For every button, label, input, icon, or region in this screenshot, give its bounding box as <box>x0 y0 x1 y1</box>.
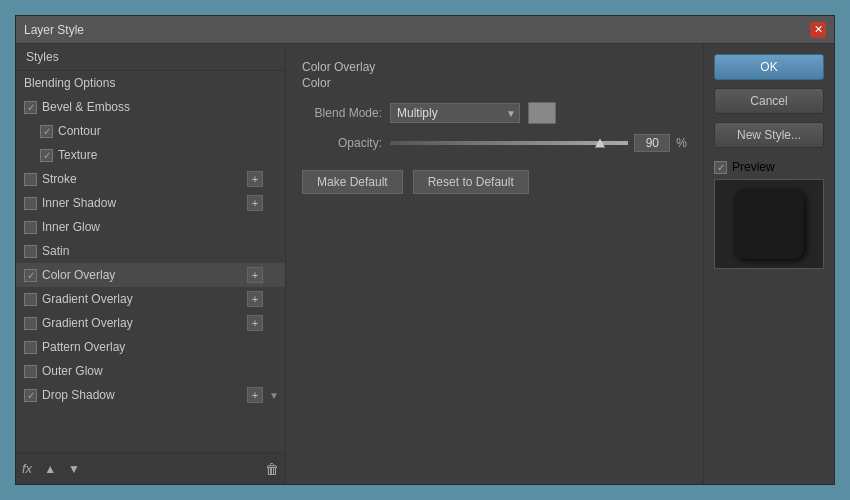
checkbox-satin[interactable] <box>24 245 37 258</box>
styles-toolbar: fx ▲ ▼ 🗑 <box>16 452 285 484</box>
sidebar-item-pattern-overlay[interactable]: Pattern Overlay <box>16 335 285 359</box>
opacity-input[interactable] <box>634 134 670 152</box>
layer-style-dialog: Layer Style ✕ Styles Blending Options Be… <box>15 15 835 485</box>
percent-label: % <box>676 136 687 150</box>
blend-mode-label: Blend Mode: <box>302 106 382 120</box>
sidebar-item-gradient-overlay-2[interactable]: Gradient Overlay + <box>16 311 285 335</box>
blend-mode-select[interactable]: Multiply Normal Screen Overlay <box>390 103 520 123</box>
preview-box <box>714 179 824 269</box>
item-label-stroke: Stroke <box>42 172 77 186</box>
defaults-btn-row: Make Default Reset to Default <box>302 170 687 194</box>
plus-btn-stroke[interactable]: + <box>247 171 263 187</box>
sidebar-item-drop-shadow[interactable]: Drop Shadow +▼ <box>16 383 285 407</box>
sidebar-item-stroke[interactable]: Stroke + <box>16 167 285 191</box>
section-title: Color Overlay <box>302 60 687 74</box>
preview-label-row: Preview <box>714 160 824 174</box>
slider-thumb <box>595 139 605 148</box>
preview-shape <box>734 189 804 259</box>
item-label-inner-glow: Inner Glow <box>42 220 100 234</box>
color-swatch[interactable] <box>528 102 556 124</box>
sidebar-item-blending-options[interactable]: Blending Options <box>16 71 285 95</box>
sidebar-item-gradient-overlay-1[interactable]: Gradient Overlay + <box>16 287 285 311</box>
sidebar-item-outer-glow[interactable]: Outer Glow <box>16 359 285 383</box>
sidebar-item-inner-glow[interactable]: Inner Glow <box>16 215 285 239</box>
item-label-gradient-overlay-2: Gradient Overlay <box>42 316 133 330</box>
dialog-body: Styles Blending Options Bevel & Emboss C… <box>16 44 834 484</box>
plus-btn-drop-shadow[interactable]: + <box>247 387 263 403</box>
preview-section: Preview <box>714 160 824 269</box>
blend-mode-row: Blend Mode: Multiply Normal Screen Overl… <box>302 102 687 124</box>
styles-panel: Styles Blending Options Bevel & Emboss C… <box>16 44 286 484</box>
scroll-indicator-drop-shadow: ▼ <box>269 390 279 401</box>
sidebar-item-texture[interactable]: Texture <box>16 143 285 167</box>
item-label-satin: Satin <box>42 244 69 258</box>
sidebar-item-color-overlay[interactable]: Color Overlay + <box>16 263 285 287</box>
item-label-drop-shadow: Drop Shadow <box>42 388 115 402</box>
sidebar-item-contour[interactable]: Contour <box>16 119 285 143</box>
make-default-button[interactable]: Make Default <box>302 170 403 194</box>
ok-button[interactable]: OK <box>714 54 824 80</box>
checkbox-drop-shadow[interactable] <box>24 389 37 402</box>
move-down-button[interactable]: ▼ <box>64 460 84 478</box>
section-subtitle: Color <box>302 76 687 90</box>
item-label-outer-glow: Outer Glow <box>42 364 103 378</box>
title-bar: Layer Style ✕ <box>16 16 834 44</box>
new-style-button[interactable]: New Style... <box>714 122 824 148</box>
item-label-contour: Contour <box>58 124 101 138</box>
reset-default-button[interactable]: Reset to Default <box>413 170 529 194</box>
move-up-button[interactable]: ▲ <box>40 460 60 478</box>
checkbox-pattern-overlay[interactable] <box>24 341 37 354</box>
item-label-texture: Texture <box>58 148 97 162</box>
delete-button[interactable]: 🗑 <box>265 461 279 477</box>
checkbox-bevel-emboss[interactable] <box>24 101 37 114</box>
item-label-gradient-overlay-1: Gradient Overlay <box>42 292 133 306</box>
plus-btn-inner-shadow[interactable]: + <box>247 195 263 211</box>
styles-header: Styles <box>16 44 285 71</box>
checkbox-gradient-overlay-1[interactable] <box>24 293 37 306</box>
item-label: Blending Options <box>24 76 115 90</box>
checkbox-stroke[interactable] <box>24 173 37 186</box>
checkbox-inner-glow[interactable] <box>24 221 37 234</box>
sidebar-item-bevel-emboss[interactable]: Bevel & Emboss <box>16 95 285 119</box>
fx-label: fx <box>22 461 32 476</box>
checkbox-outer-glow[interactable] <box>24 365 37 378</box>
sidebar-item-inner-shadow[interactable]: Inner Shadow + <box>16 191 285 215</box>
dialog-title: Layer Style <box>24 23 84 37</box>
checkbox-inner-shadow[interactable] <box>24 197 37 210</box>
opacity-row: Opacity: % <box>302 134 687 152</box>
checkbox-color-overlay[interactable] <box>24 269 37 282</box>
preview-label: Preview <box>732 160 775 174</box>
item-label-inner-shadow: Inner Shadow <box>42 196 116 210</box>
preview-checkbox[interactable] <box>714 161 727 174</box>
checkbox-gradient-overlay-2[interactable] <box>24 317 37 330</box>
options-panel: Color Overlay Color Blend Mode: Multiply… <box>286 44 704 484</box>
checkbox-texture[interactable] <box>40 149 53 162</box>
plus-btn-color-overlay[interactable]: + <box>247 267 263 283</box>
cancel-button[interactable]: Cancel <box>714 88 824 114</box>
styles-list: Blending Options Bevel & Emboss Contour … <box>16 71 285 452</box>
actions-panel: OK Cancel New Style... Preview <box>704 44 834 484</box>
close-button[interactable]: ✕ <box>810 22 826 38</box>
item-label-color-overlay: Color Overlay <box>42 268 115 282</box>
plus-btn-gradient-overlay-1[interactable]: + <box>247 291 263 307</box>
opacity-slider-track[interactable] <box>390 141 628 145</box>
sidebar-item-satin[interactable]: Satin <box>16 239 285 263</box>
checkbox-contour[interactable] <box>40 125 53 138</box>
opacity-slider-wrap: % <box>390 134 687 152</box>
item-label-pattern-overlay: Pattern Overlay <box>42 340 125 354</box>
item-label-bevel-emboss: Bevel & Emboss <box>42 100 130 114</box>
blend-mode-select-wrap: Multiply Normal Screen Overlay ▼ <box>390 103 520 123</box>
plus-btn-gradient-overlay-2[interactable]: + <box>247 315 263 331</box>
opacity-label: Opacity: <box>302 136 382 150</box>
